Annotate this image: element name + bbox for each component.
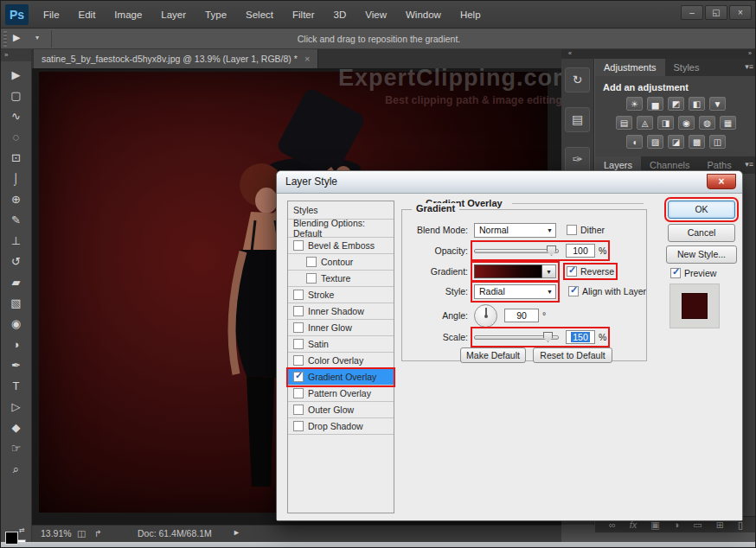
photo-filter-icon[interactable]: ◉ [678,116,695,130]
style-dropdown[interactable]: Radial ▼ [474,284,556,299]
angle-dial[interactable] [474,304,497,328]
opacity-slider-thumb[interactable] [547,245,556,256]
zoom-level-field[interactable]: 13.91% [41,528,72,538]
dodge-tool[interactable]: ◑ [1,335,31,355]
style-item-color-overlay[interactable]: Color Overlay [288,353,394,369]
style-item-inner-shadow[interactable]: Inner Shadow [288,303,394,320]
color-lookup-icon[interactable]: ▦ [720,116,736,130]
opacity-slider[interactable] [474,245,559,256]
menu-3d[interactable]: 3D [324,1,356,29]
close-button[interactable]: × [729,5,752,20]
align-with-layer-checkbox[interactable] [568,286,579,296]
style-item-inner-glow[interactable]: Inner Glow [288,320,394,336]
style-item-bevel-emboss[interactable]: Bevel & Emboss [288,238,394,254]
hand-tool[interactable]: ☞ [1,438,31,459]
menu-filter[interactable]: Filter [283,1,324,29]
style-item-pattern-overlay[interactable]: Pattern Overlay [288,386,394,402]
styles-list-header[interactable]: Styles [288,201,394,220]
reset-to-default-button[interactable]: Reset to Default [533,347,612,363]
dock-collapse-left-icon[interactable]: « [568,50,572,56]
brush-tool[interactable]: ✎ [1,210,31,231]
contour-checkbox[interactable] [306,257,317,267]
menu-help[interactable]: Help [451,1,490,29]
cancel-button[interactable]: Cancel [668,224,735,242]
style-item-gradient-overlay[interactable]: Gradient Overlay [288,369,394,386]
zoom-tool[interactable]: ⌕ [1,459,31,480]
new-style-button[interactable]: New Style... [666,245,737,264]
style-item-drop-shadow[interactable]: Drop Shadow [288,418,394,435]
history-panel-icon[interactable]: ↻ [565,67,590,92]
mini-bridge-icon[interactable]: ◫ [77,528,86,538]
stroke-checkbox[interactable] [293,290,304,300]
dialog-close-icon[interactable]: × [707,174,736,189]
panel-menu-icon[interactable]: ▾≡ [745,62,753,71]
style-item-stroke[interactable]: Stroke [288,287,394,303]
curves-icon[interactable]: ◩ [668,97,684,111]
crop-tool[interactable]: ⊡ [1,148,31,169]
healing-brush-tool[interactable]: ⊕ [1,189,31,210]
ok-button[interactable]: OK [668,201,735,219]
style-item-satin[interactable]: Satin [288,336,394,353]
status-options-arrow-icon[interactable]: ► [233,528,240,537]
pattern-overlay-checkbox[interactable] [293,388,304,398]
texture-checkbox[interactable] [306,273,317,284]
foreground-color-swatch[interactable] [5,532,18,545]
properties-panel-icon[interactable]: ▤ [565,107,590,132]
marquee-tool[interactable]: ▢ [1,86,31,106]
document-tab-close-icon[interactable]: × [304,54,310,64]
selective-color-icon[interactable]: ◫ [709,135,726,149]
brightness-contrast-icon[interactable]: ☀ [626,97,643,111]
clone-stamp-tool[interactable]: ⊥ [1,231,31,252]
hue-saturation-icon[interactable]: ▤ [616,116,632,130]
satin-checkbox[interactable] [293,339,304,349]
menu-window[interactable]: Window [396,1,451,29]
exposure-icon[interactable]: ◧ [689,97,705,111]
inner-shadow-checkbox[interactable] [293,306,304,316]
eyedropper-tool[interactable]: ⌡ [1,169,31,189]
menu-type[interactable]: Type [195,1,236,29]
tools-collapse-icon[interactable]: » [1,49,31,61]
gradient-map-icon[interactable]: ▩ [689,135,705,149]
document-tab[interactable]: satine_5_by_faestock-d5hyx8v.jpg @ 13.9%… [34,49,318,68]
levels-icon[interactable]: ▅ [647,97,663,111]
shape-tool[interactable]: ◆ [1,417,31,438]
scale-slider-thumb[interactable] [543,332,553,342]
menu-layer[interactable]: Layer [151,1,195,29]
gradient-overlay-checkbox[interactable] [293,372,304,382]
menu-view[interactable]: View [356,1,396,29]
menu-edit[interactable]: Edit [69,1,106,29]
menu-select[interactable]: Select [236,1,283,29]
color-balance-icon[interactable]: ◬ [637,116,653,130]
blending-options-item[interactable]: Blending Options: Default [288,220,394,238]
type-tool[interactable]: T [1,376,31,397]
share-icon[interactable]: ↱ [94,528,102,538]
gradient-tool[interactable]: ▧ [1,293,31,314]
tab-styles[interactable]: Styles [665,59,708,76]
style-item-contour[interactable]: Contour [288,254,394,271]
brush-panel-icon[interactable]: ✑ [565,147,590,172]
make-default-button[interactable]: Make Default [460,347,526,363]
history-brush-tool[interactable]: ↺ [1,252,31,272]
posterize-icon[interactable]: ▨ [647,135,663,149]
vibrance-icon[interactable]: ▼ [709,97,726,111]
tab-adjustments[interactable]: Adjustments [595,59,665,76]
path-selection-tool[interactable]: ▷ [1,397,31,417]
gradient-picker-arrow-icon[interactable]: ▼ [542,264,556,278]
scale-field[interactable]: 150 [566,330,595,344]
style-item-outer-glow[interactable]: Outer Glow [288,402,394,418]
style-item-texture[interactable]: Texture [288,271,394,287]
outer-glow-checkbox[interactable] [293,405,304,415]
eraser-tool[interactable]: ▰ [1,272,31,293]
menu-file[interactable]: File [34,1,69,29]
bevel-emboss-checkbox[interactable] [293,240,304,251]
scale-slider[interactable] [474,332,559,342]
lasso-tool[interactable]: ∿ [1,106,31,127]
move-tool[interactable]: ▶ [1,65,31,86]
restore-button[interactable]: ◱ [705,5,727,20]
threshold-icon[interactable]: ◪ [668,135,684,149]
dialog-title-bar[interactable]: Layer Style × [277,171,742,194]
preview-checkbox[interactable] [670,268,681,278]
channel-mixer-icon[interactable]: ◍ [699,116,715,130]
invert-icon[interactable]: ◖ [626,135,643,149]
opacity-field[interactable] [566,244,595,258]
